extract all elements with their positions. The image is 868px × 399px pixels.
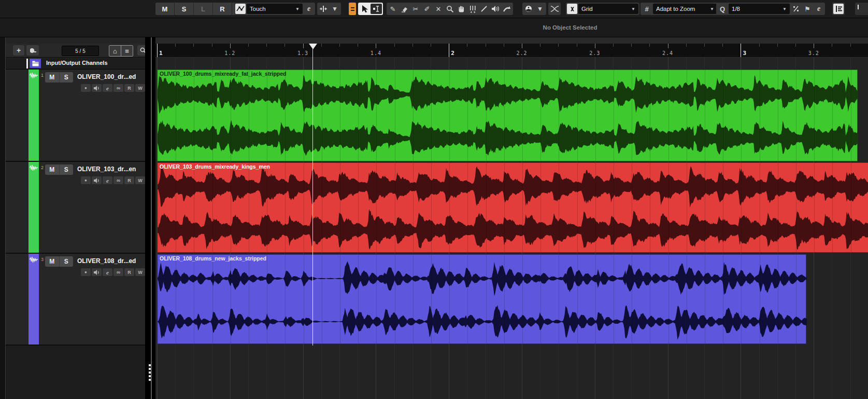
- quantize-preset-select[interactable]: 1/8▼: [729, 4, 790, 14]
- folder-icon: [32, 61, 39, 66]
- record-enable-button[interactable]: ●: [81, 176, 91, 184]
- add-track-button[interactable]: +: [13, 45, 24, 56]
- ruler-tick: [558, 44, 559, 47]
- grid-type-select[interactable]: Adapt to Zoom▼: [653, 4, 717, 14]
- zoom-tool[interactable]: [445, 4, 455, 14]
- project-cursor-handle[interactable]: [309, 44, 317, 49]
- automation-mode-select[interactable]: Touch▼: [247, 4, 303, 14]
- mute-button[interactable]: M: [45, 256, 59, 267]
- track-row[interactable]: 1MSOLIVER_100_dr...ed●e∞RW: [6, 70, 145, 162]
- edit-channel-button[interactable]: e: [103, 176, 112, 184]
- comp-tool[interactable]: [502, 4, 512, 14]
- track-row[interactable]: 2MSOLIVER_103_dr...en●e∞RW: [6, 162, 145, 254]
- ruler-tick: [814, 44, 814, 48]
- daw-window: M S L R W A Touch▼ e ▼: [0, 0, 868, 399]
- chevron-down-icon: ▼: [706, 7, 714, 11]
- chevron-down-icon: ▼: [627, 7, 635, 11]
- record-icon: ●: [84, 270, 87, 274]
- audio-event[interactable]: OLIVER_108_drums_new_jacks_stripped: [157, 254, 806, 344]
- auto-fade-icon[interactable]: [549, 4, 560, 14]
- quantize-icon[interactable]: Q: [717, 4, 728, 14]
- track-name[interactable]: OLIVER_108_dr...ed: [77, 257, 136, 265]
- erase-tool[interactable]: [399, 4, 409, 14]
- write-automation-button[interactable]: W: [135, 268, 145, 276]
- read-all-button[interactable]: R: [213, 3, 232, 15]
- track-color-strip[interactable]: [29, 162, 39, 253]
- audiowarp-quantize-icon[interactable]: ⚑: [802, 4, 813, 14]
- mute-solo-group: MS: [45, 164, 73, 175]
- splitter-drag-handle[interactable]: [149, 364, 151, 382]
- timeline-ruler[interactable]: 11.21.31.422.22.32.433.2: [155, 44, 868, 58]
- split-tool[interactable]: ✂: [410, 4, 421, 14]
- iterative-quantize-icon[interactable]: [791, 4, 801, 14]
- read-automation-button[interactable]: R: [124, 176, 134, 184]
- folder-track-color: [30, 59, 41, 68]
- edit-channel-button[interactable]: e: [103, 84, 112, 92]
- mute-all-button[interactable]: M: [155, 3, 175, 15]
- track-name[interactable]: OLIVER_103_dr...en: [77, 166, 136, 173]
- line-tool[interactable]: [479, 4, 489, 14]
- read-automation-button[interactable]: R: [124, 84, 134, 92]
- solo-button[interactable]: S: [59, 256, 74, 267]
- record-enable-button[interactable]: ●: [81, 268, 91, 276]
- mute-tool[interactable]: ✕: [433, 4, 444, 14]
- solo-all-button[interactable]: S: [175, 3, 194, 15]
- draw-tool[interactable]: ✎: [388, 4, 398, 14]
- track-color-strip[interactable]: [29, 70, 39, 161]
- monitor-button[interactable]: [92, 176, 102, 184]
- monitor-icon: [94, 270, 100, 275]
- auto-scroll-icon[interactable]: [318, 4, 329, 14]
- audio-event[interactable]: OLIVER_100_drums_mixready_fat_jack_strip…: [157, 70, 858, 161]
- left-divider-icon[interactable]: [833, 4, 844, 14]
- listen-all-button[interactable]: L: [194, 3, 213, 15]
- arrange-area: 11.21.31.422.22.32.433.2 OLIVER_100_drum…: [155, 37, 868, 399]
- channel-link-button[interactable]: ∞: [113, 84, 123, 92]
- read-automation-button[interactable]: R: [124, 268, 134, 276]
- edit-channel-button[interactable]: e: [103, 268, 112, 276]
- color-tool-icon[interactable]: [523, 4, 534, 14]
- automation-settings-icon[interactable]: e: [304, 4, 314, 14]
- time-warp-tool[interactable]: [467, 4, 478, 14]
- info-line: No Object Selected: [0, 18, 868, 37]
- range-selection-tool[interactable]: [371, 4, 382, 14]
- write-automation-button[interactable]: W: [135, 84, 145, 92]
- channel-link-button[interactable]: ∞: [113, 268, 123, 276]
- play-tool[interactable]: [490, 4, 501, 14]
- audio-event[interactable]: OLIVER_103_drums_mixready_kings_men: [157, 162, 868, 253]
- track-color-strip[interactable]: [29, 254, 39, 345]
- quantize-panel-icon[interactable]: e: [814, 4, 824, 14]
- color-options-button[interactable]: ▼: [535, 4, 545, 14]
- ruler-label: 2.4: [662, 50, 673, 56]
- track-number: 3: [41, 257, 44, 262]
- solo-button[interactable]: S: [59, 72, 74, 82]
- io-channels-row[interactable]: Input/Output Channels: [6, 58, 145, 70]
- link-icon: ∞: [117, 85, 120, 91]
- snap-mode-select[interactable]: Grid▼: [578, 4, 638, 14]
- mute-button[interactable]: M: [45, 72, 59, 82]
- track-row[interactable]: 3MSOLIVER_108_dr...ed●e∞RW: [6, 254, 145, 346]
- snap-toggle-icon[interactable]: [349, 3, 356, 15]
- ruler-tick: [358, 44, 358, 47]
- splitter-line[interactable]: [151, 37, 152, 399]
- record-enable-button[interactable]: ●: [81, 84, 91, 92]
- monitor-button[interactable]: [92, 268, 102, 276]
- hand-tool[interactable]: [456, 4, 466, 14]
- mute-button[interactable]: M: [45, 164, 59, 175]
- object-selection-tool[interactable]: [359, 4, 369, 14]
- track-name[interactable]: OLIVER_100_dr...ed: [77, 73, 136, 80]
- write-automation-button[interactable]: W: [135, 176, 145, 184]
- grid-type-icon[interactable]: #: [642, 4, 652, 14]
- solo-button[interactable]: S: [59, 164, 74, 175]
- monitor-button[interactable]: [92, 84, 102, 92]
- glue-tool[interactable]: ✐: [422, 4, 432, 14]
- channel-link-button[interactable]: ∞: [113, 176, 123, 184]
- toolbar-overflow-button[interactable]: [855, 3, 868, 15]
- add-track-preset-button[interactable]: [26, 45, 39, 56]
- list-view-button[interactable]: ≡: [121, 46, 133, 56]
- track-type-icon: [30, 256, 38, 265]
- home-view-button[interactable]: ⌂: [109, 46, 121, 56]
- snap-type-icon[interactable]: [567, 4, 577, 14]
- ruler-tick: [649, 44, 650, 47]
- auto-scroll-options-button[interactable]: ▼: [330, 4, 340, 14]
- automation-panel-icon[interactable]: [235, 4, 246, 14]
